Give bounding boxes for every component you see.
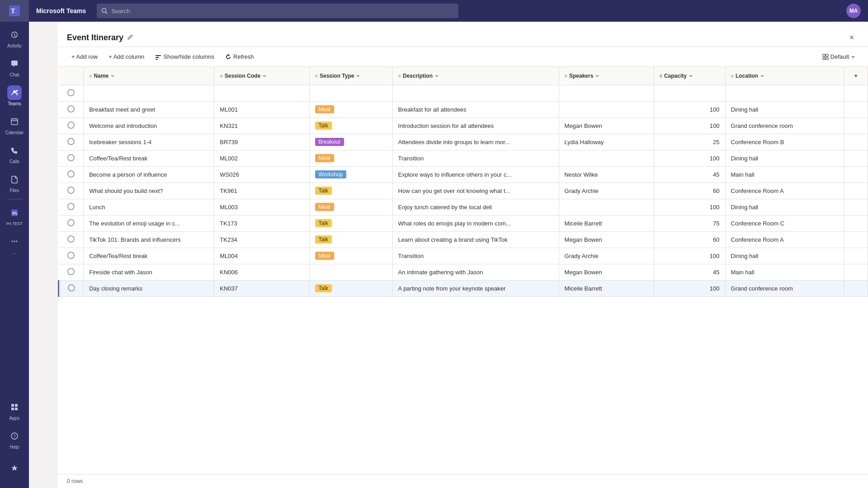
sidebar-item-files[interactable]: Files — [0, 168, 29, 197]
table-row[interactable]: Become a person of influenceWS026Worksho… — [59, 166, 868, 183]
search-input[interactable] — [111, 8, 454, 14]
show-hide-button[interactable]: Show/hide columns — [151, 52, 219, 62]
radio-button[interactable] — [68, 284, 75, 291]
svg-rect-21 — [826, 54, 828, 56]
sidebar-item-calls[interactable]: Calls — [0, 139, 29, 168]
row-session-type: Meal — [309, 101, 392, 117]
refresh-button[interactable]: Refresh — [221, 52, 259, 62]
row-session-code: ML002 — [214, 150, 309, 166]
row-checkbox[interactable] — [59, 117, 84, 134]
radio-button[interactable] — [67, 268, 75, 275]
col-header-capacity[interactable]: # Capacity — [654, 67, 725, 85]
radio-button[interactable] — [67, 187, 75, 194]
session-type-badge: Meal — [315, 105, 334, 113]
sidebar-item-help[interactable]: ? Help — [0, 425, 29, 454]
row-checkbox[interactable] — [59, 264, 84, 280]
row-session-type: Talk — [309, 117, 392, 134]
table-row[interactable] — [59, 85, 868, 101]
sidebar-item-activity[interactable]: Activity — [0, 23, 29, 52]
row-capacity: 45 — [654, 264, 725, 280]
row-checkbox[interactable] — [59, 280, 84, 296]
add-row-button[interactable]: + Add row — [67, 52, 102, 62]
search-icon — [101, 8, 108, 14]
table-row[interactable]: The evolution of emoji usage in c...TK17… — [59, 215, 868, 231]
table-row[interactable]: Coffee/Tea/Rest breakML004MealTransition… — [59, 248, 868, 264]
radio-button[interactable] — [67, 219, 75, 226]
sidebar-item-calendar[interactable]: Calendar — [0, 110, 29, 139]
row-extra — [844, 166, 868, 183]
avatar[interactable]: MA — [846, 4, 861, 18]
show-hide-icon — [155, 54, 161, 60]
row-speakers: Nestor Wilke — [559, 166, 654, 183]
row-checkbox[interactable] — [59, 101, 84, 117]
col-header-add[interactable]: + — [844, 67, 868, 85]
row-session-type: Meal — [309, 248, 392, 264]
default-view-button[interactable]: Default — [819, 52, 859, 62]
radio-button[interactable] — [67, 105, 75, 113]
col-header-location[interactable]: ≡ Location — [725, 67, 844, 85]
table-row[interactable]: What should you build next?TK961TalkHow … — [59, 183, 868, 199]
table-row[interactable]: LunchML003MealEnjoy lunch catered by the… — [59, 199, 868, 215]
col-header-description[interactable]: ≡ Description — [392, 67, 559, 85]
row-checkbox[interactable] — [59, 134, 84, 150]
svg-point-7 — [12, 241, 13, 242]
edit-icon[interactable] — [127, 34, 133, 42]
row-name: Become a person of influence — [84, 166, 214, 183]
radio-button[interactable] — [67, 122, 75, 129]
radio-button[interactable] — [67, 138, 75, 145]
radio-button[interactable] — [67, 235, 75, 243]
col-header-speakers[interactable]: ≡ Speakers — [559, 67, 654, 85]
row-location: Dining hall — [725, 150, 844, 166]
row-speakers: Megan Bowen — [559, 264, 654, 280]
row-name: Fireside chat with Jason — [84, 264, 214, 280]
search-bar[interactable] — [97, 4, 458, 18]
row-location: Grand conference room — [725, 117, 844, 134]
row-name: Coffee/Tea/Rest break — [84, 150, 214, 166]
row-extra — [844, 117, 868, 134]
row-description: Transition — [392, 150, 559, 166]
row-speakers: Miceile Barrett — [559, 280, 654, 296]
session-type-badge: Meal — [315, 203, 334, 211]
radio-button[interactable] — [67, 252, 75, 259]
sidebar-item-more[interactable]: ... — [0, 230, 29, 259]
radio-button[interactable] — [67, 89, 75, 96]
svg-rect-12 — [11, 408, 14, 410]
row-name: Coffee/Tea/Rest break — [84, 248, 214, 264]
table-row[interactable]: Welcome and introductionKN321TalkIntrodu… — [59, 117, 868, 134]
sidebar-item-chat[interactable]: Chat — [0, 52, 29, 81]
table-row[interactable]: Breakfast meet and greetML001MealBreakfa… — [59, 101, 868, 117]
row-checkbox[interactable] — [59, 85, 84, 101]
table-row[interactable]: Icebreaker sessions 1-4BR739BreakoutAtte… — [59, 134, 868, 150]
row-checkbox[interactable] — [59, 150, 84, 166]
col-header-name[interactable]: ≡ Name — [84, 67, 214, 85]
col-header-session-code[interactable]: ≡ Session Code — [214, 67, 309, 85]
table-row[interactable]: Day closing remarksKN037TalkA parting no… — [59, 280, 868, 296]
sidebar-item-apps[interactable]: Apps — [0, 396, 29, 425]
add-column-button[interactable]: + Add column — [104, 52, 149, 62]
row-checkbox[interactable] — [59, 183, 84, 199]
radio-button[interactable] — [67, 154, 75, 161]
row-session-code: ML003 — [214, 199, 309, 215]
row-session-type: Meal — [309, 150, 392, 166]
row-checkbox[interactable] — [59, 231, 84, 248]
sidebar-item-pa-test[interactable]: PA PA TEST — [0, 201, 29, 230]
radio-button[interactable] — [67, 203, 75, 210]
row-checkbox[interactable] — [59, 199, 84, 215]
row-checkbox[interactable] — [59, 166, 84, 183]
row-speakers — [559, 101, 654, 117]
table-row[interactable]: Fireside chat with JasonKN006An intimate… — [59, 264, 868, 280]
row-description: An intimate gathering with Jason — [392, 264, 559, 280]
radio-button[interactable] — [67, 170, 75, 178]
table-row[interactable]: TikTok 101: Brands and influencersTK234T… — [59, 231, 868, 248]
row-checkbox[interactable] — [59, 248, 84, 264]
sidebar-nav: Activity Chat Teams Calendar Calls — [0, 22, 29, 259]
sort-type-icon — [356, 74, 360, 78]
sidebar-item-feedback[interactable] — [0, 454, 29, 483]
row-location: Conference Room A — [725, 183, 844, 199]
close-button[interactable]: × — [844, 31, 859, 45]
sidebar-item-teams[interactable]: Teams — [0, 81, 29, 110]
col-header-session-type[interactable]: ≡ Session Type — [309, 67, 392, 85]
row-checkbox[interactable] — [59, 215, 84, 231]
row-speakers: Grady Archie — [559, 183, 654, 199]
table-row[interactable]: Coffee/Tea/Rest breakML002MealTransition… — [59, 150, 868, 166]
